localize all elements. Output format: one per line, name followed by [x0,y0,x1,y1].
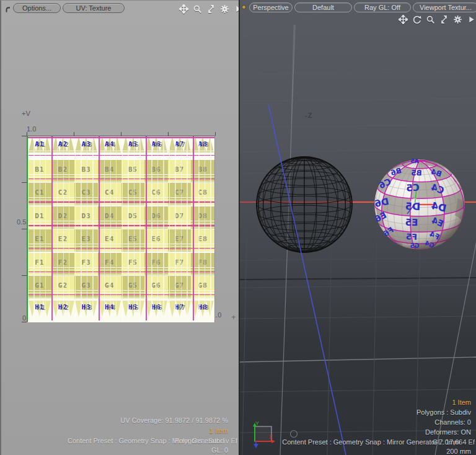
uv-cell-label: D2 [51,212,75,220]
triangle-shape [137,301,144,317]
options-button[interactable]: Options... [13,3,61,13]
uv-pole-triangles [168,136,192,152]
uv-cell: G2 [51,276,75,299]
uv-pole-triangles [121,301,145,317]
uv-cell: H1H1 [28,299,51,323]
triangle-shape [160,136,167,152]
more-icon[interactable] [234,4,239,14]
triangle-shape [75,301,82,317]
uv-cell-label: G1 [28,281,51,289]
uv-cell-label: G5 [121,281,145,289]
triangle-shape [192,136,199,152]
ruler-tick [168,132,169,136]
uv-pole-triangles [28,301,51,317]
uv-pole-triangles [191,301,214,317]
3d-scene[interactable]: YX [240,0,476,455]
item-count-status: 1 Item [209,427,228,435]
uv-cell: D7 [168,206,192,230]
gear-icon[interactable] [453,15,462,24]
uv-cell-label: C1 [28,188,51,197]
uv-cell: D5 [121,206,145,230]
uv-cell-label: F5 [121,258,145,267]
uv-cell: F7 [168,253,192,276]
uv-cell: B5 [121,160,145,183]
viewport-texture-button[interactable]: Viewport Textur... [413,2,476,12]
ruler-tick [22,229,27,229]
uv-cell: G7 [168,276,192,299]
triangle-shape [145,136,152,152]
channels-status: Channels: 0 [434,418,471,426]
uv-cell: G3 [74,276,98,299]
triangle-shape [183,301,191,317]
uv-cell-label: F7 [168,258,192,267]
uv-cell: F3 [74,253,98,276]
uv-cell-label: G7 [168,281,192,289]
perspective-button[interactable]: Perspective [249,2,293,12]
triangle-shape [36,301,43,317]
gear-icon[interactable] [220,4,229,14]
rotate-icon[interactable] [412,15,421,24]
uv-editor-panel[interactable]: Options... UV: Texture +V 1.0 0.5 0 0.5 … [0,0,239,455]
triangle-shape [122,136,130,152]
ray-gl-button[interactable]: Ray GL: Off [354,2,411,12]
uv-cell: A7A7 [168,136,192,160]
move-icon[interactable] [179,4,188,14]
uv-cell: E7 [168,229,192,253]
uv-row: D1D2D3D4D5D6D7D8 [28,206,214,230]
uv-cell-label: E3 [74,235,98,243]
z-axis-hint: -Z [305,112,312,119]
uv-cell-label: E7 [168,235,192,243]
triangle-shape [152,136,160,152]
triangle-shape [206,136,214,152]
uv-cell-label: D3 [74,212,98,220]
uv-row: G1G2G3G4G5G6G7G8 [28,276,214,299]
ruler-tick [22,322,27,322]
uv-cell: D3 [74,206,98,230]
shading-default-button[interactable]: Default [294,2,352,12]
svg-text:Y: Y [255,420,259,426]
uv-top-value: 1.0 [27,125,36,133]
triangle-shape [82,301,90,317]
uv-row: B1B2B3B4B5B6B7B8 [28,160,214,183]
triangle-shape [106,301,113,317]
uv-cell-label: C5 [121,188,145,197]
uv-cell-label: C6 [144,188,168,197]
uv-cell: G6 [144,276,168,299]
uv-cell-label: B4 [98,166,121,174]
uv-row: E1E2E3E4E5E6E7E8 [28,229,214,253]
uv-cell-label: C2 [51,188,75,197]
triangle-shape [82,136,90,152]
3d-viewport-panel[interactable]: YX [239,0,476,455]
triangle-shape [113,301,121,317]
zoom-icon[interactable] [426,15,435,24]
uv-pole-triangles [191,136,214,152]
triangle-shape [130,301,137,317]
uv-cell-label: D7 [168,212,192,220]
triangle-shape [169,301,176,317]
triangle-shape [152,301,160,317]
maximize-icon[interactable] [206,4,216,14]
ruler-tick [215,132,216,136]
triangle-shape [67,301,74,317]
uv-cell-label: D1 [28,212,51,220]
uv-cell-label: E6 [144,235,168,243]
triangle-shape [29,136,36,152]
triangle-shape [160,301,167,317]
uv-cell-label: C4 [98,188,121,197]
more-icon[interactable] [467,15,476,24]
uv-cell-label: G4 [98,281,121,289]
uv-cell: E6 [144,229,168,253]
uv-cell-label: E4 [98,235,121,243]
panel-handle-icon[interactable] [4,4,13,14]
polygons-status: Polygons : Subdiv [416,409,471,416]
uv-cell-label: B8 [191,166,214,174]
ruler-tick [22,275,27,276]
uv-cell-label: E8 [191,235,214,243]
move-icon[interactable] [399,15,408,24]
svg-text:X: X [269,434,273,440]
uv-texture-button[interactable]: UV: Texture [63,3,125,13]
maximize-icon[interactable] [439,15,449,24]
ruler-tick [27,132,27,136]
zoom-icon[interactable] [193,4,202,14]
uv-editor-canvas[interactable]: A1A1A2A2A3A3A4A4A5A5A6A6A7A7A8A8B1B2B3B4… [27,136,215,322]
